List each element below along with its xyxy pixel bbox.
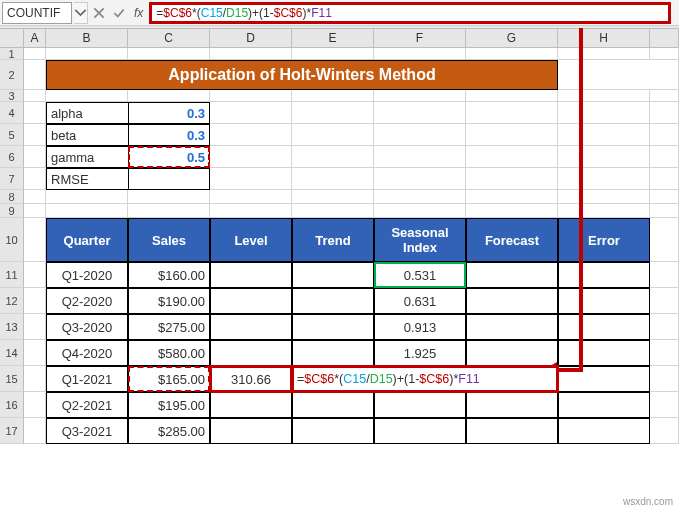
cell-C17[interactable]: $285.00 [128,418,210,444]
col-header-D[interactable]: D [210,29,292,47]
row-header-2[interactable]: 2 [0,60,24,90]
row-6: 6 gamma 0.5 [0,146,679,168]
cell-B12[interactable]: Q2-2020 [46,288,128,314]
title-cell: Application of Holt-Winters Method [46,60,558,90]
cell-C13[interactable]: $275.00 [128,314,210,340]
col-header-F[interactable]: F [374,29,466,47]
row-3: 3 [0,90,679,102]
cell-C15[interactable]: $165.00 [128,366,210,392]
cell-E17[interactable] [292,418,374,444]
param-rmse-value[interactable] [128,168,210,190]
row-header-10[interactable]: 10 [0,218,24,262]
param-alpha-label: alpha [46,102,128,124]
cell-D16[interactable] [210,392,292,418]
cell-H17[interactable] [558,418,650,444]
row-header-6[interactable]: 6 [0,146,24,168]
cell-B13[interactable]: Q3-2020 [46,314,128,340]
enter-icon[interactable] [112,6,126,20]
header-forecast: Forecast [466,218,558,262]
row-header-8[interactable]: 8 [0,190,24,204]
col-header-B[interactable]: B [46,29,128,47]
cell-C14[interactable]: $580.00 [128,340,210,366]
cell-F14[interactable]: 1.925 [374,340,466,366]
row-header-5[interactable]: 5 [0,124,24,146]
cell-E15-active-formula[interactable]: =$C$6*(C15/D15)+(1-$C$6)*F11 [292,366,558,392]
col-header-C[interactable]: C [128,29,210,47]
cell-G13[interactable] [466,314,558,340]
row-header-14[interactable]: 14 [0,340,24,366]
row-header-12[interactable]: 12 [0,288,24,314]
row-header-13[interactable]: 13 [0,314,24,340]
formula-bar[interactable]: =$C$6*(C15/D15)+(1-$C$6)*F11 [149,2,671,24]
row-13: 13 Q3-2020 $275.00 0.913 [0,314,679,340]
row-header-15[interactable]: 15 [0,366,24,392]
row-5: 5 beta 0.3 [0,124,679,146]
cancel-icon[interactable] [92,6,106,20]
param-beta-label: beta [46,124,128,146]
row-header-11[interactable]: 11 [0,262,24,288]
param-rmse-label: RMSE [46,168,128,190]
header-seasonal: Seasonal Index [374,218,466,262]
formula-buttons: fx [88,6,149,20]
row-2: 2 Application of Holt-Winters Method [0,60,679,90]
cell-B17[interactable]: Q3-2021 [46,418,128,444]
cell-C16[interactable]: $195.00 [128,392,210,418]
cell-B16[interactable]: Q2-2021 [46,392,128,418]
param-alpha-value[interactable]: 0.3 [128,102,210,124]
cell-E14[interactable] [292,340,374,366]
cell-H11[interactable] [558,262,650,288]
cell-F17[interactable] [374,418,466,444]
spreadsheet-grid[interactable]: A B C D E F G H 1 2 Application of Holt-… [0,28,679,444]
param-gamma-label: gamma [46,146,128,168]
cell-C11[interactable]: $160.00 [128,262,210,288]
cell-E16[interactable] [292,392,374,418]
cell-D15[interactable]: 310.66 [210,366,292,392]
col-header-G[interactable]: G [466,29,558,47]
param-gamma-value[interactable]: 0.5 [128,146,210,168]
fx-icon[interactable]: fx [132,6,145,20]
col-header-E[interactable]: E [292,29,374,47]
cell-E13[interactable] [292,314,374,340]
cell-H13[interactable] [558,314,650,340]
cell-G12[interactable] [466,288,558,314]
cell-G17[interactable] [466,418,558,444]
row-header-3[interactable]: 3 [0,90,24,102]
cell-D17[interactable] [210,418,292,444]
cell-D11[interactable] [210,262,292,288]
param-beta-value[interactable]: 0.3 [128,124,210,146]
name-box[interactable]: COUNTIF [2,2,72,24]
cell-D14[interactable] [210,340,292,366]
cell-C12[interactable]: $190.00 [128,288,210,314]
name-box-dropdown[interactable] [74,2,88,24]
column-headers: A B C D E F G H [0,28,679,48]
cell-G16[interactable] [466,392,558,418]
row-16: 16 Q2-2021 $195.00 [0,392,679,418]
row-header-1[interactable]: 1 [0,48,24,60]
row-header-7[interactable]: 7 [0,168,24,190]
cell-F16[interactable] [374,392,466,418]
cell-D12[interactable] [210,288,292,314]
cell-F12[interactable]: 0.631 [374,288,466,314]
col-header-rest [650,29,679,47]
col-header-A[interactable]: A [24,29,46,47]
cell-G11[interactable] [466,262,558,288]
row-9: 9 [0,204,679,218]
row-header-9[interactable]: 9 [0,204,24,218]
cell-H16[interactable] [558,392,650,418]
cell-E11[interactable] [292,262,374,288]
row-header-16[interactable]: 16 [0,392,24,418]
cell-H14[interactable] [558,340,650,366]
select-all-corner[interactable] [0,29,24,47]
cell-B14[interactable]: Q4-2020 [46,340,128,366]
cell-F11[interactable]: 0.531 [374,262,466,288]
row-header-17[interactable]: 17 [0,418,24,444]
cell-D13[interactable] [210,314,292,340]
cell-B11[interactable]: Q1-2020 [46,262,128,288]
row-header-4[interactable]: 4 [0,102,24,124]
cell-H12[interactable] [558,288,650,314]
cell-F13[interactable]: 0.913 [374,314,466,340]
row-12: 12 Q2-2020 $190.00 0.631 [0,288,679,314]
cell-B15[interactable]: Q1-2021 [46,366,128,392]
cell-E12[interactable] [292,288,374,314]
col-header-H[interactable]: H [558,29,650,47]
